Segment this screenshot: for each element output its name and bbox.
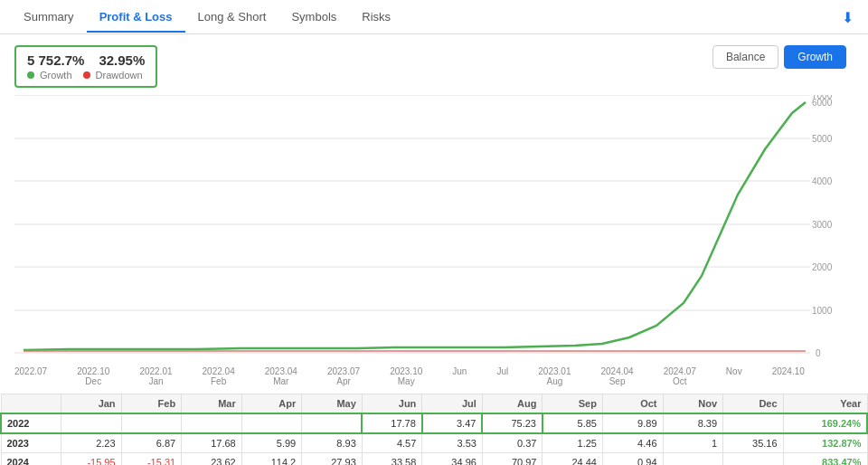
x-label-8: Jun xyxy=(452,366,467,386)
cell-2023-jul: 3.53 xyxy=(422,433,483,453)
col-jun: Jun xyxy=(362,394,422,414)
cell-2022-sep: 5.85 xyxy=(542,413,603,433)
data-table-wrap: Jan Feb Mar Apr May Jun Jul Aug Sep Oct … xyxy=(0,386,868,465)
cell-2023-mar: 17.68 xyxy=(182,433,242,453)
cell-2022-jul: 3.47 xyxy=(422,413,483,433)
download-icon[interactable]: ⬇ xyxy=(842,8,854,25)
col-apr: Apr xyxy=(241,394,302,414)
col-aug: Aug xyxy=(482,394,542,414)
x-label-1: 2022.07 xyxy=(14,366,47,386)
cell-2023-oct: 4.46 xyxy=(602,433,663,453)
year-2022: 2022 xyxy=(1,413,61,433)
cell-2022-may xyxy=(302,413,363,433)
x-label-6: 2023.07Apr xyxy=(327,366,360,386)
cell-2023-jun: 4.57 xyxy=(362,433,422,453)
growth-line xyxy=(24,102,806,350)
svg-text:0: 0 xyxy=(816,348,821,358)
x-label-5: 2023.04Mar xyxy=(265,366,297,386)
cell-2024-jun: 33.58 xyxy=(362,453,422,466)
chart-svg-wrap: 0 1000 2000 3000 4000 5000 6000 7000 xyxy=(14,95,854,366)
cell-2024-year: 833.47% xyxy=(783,453,867,466)
growth-chart: 0 1000 2000 3000 4000 5000 6000 7000 xyxy=(14,95,846,366)
year-2023: 2023 xyxy=(1,433,61,453)
growth-label: Growth xyxy=(27,70,72,81)
x-label-13: Nov xyxy=(726,366,742,386)
growth-button[interactable]: Growth xyxy=(784,45,846,69)
x-label-2: 2022.10Dec xyxy=(77,366,109,386)
svg-text:4000: 4000 xyxy=(812,176,833,186)
cell-2022-oct: 9.89 xyxy=(602,413,663,433)
x-label-10: 2023.01Aug xyxy=(538,366,571,386)
cell-2024-jul: 34.96 xyxy=(422,453,483,466)
drawdown-dot-icon xyxy=(83,71,90,79)
x-label-14: 2024.10 xyxy=(772,366,805,386)
svg-text:2000: 2000 xyxy=(812,262,833,272)
tab-symbols[interactable]: Symbols xyxy=(278,3,349,33)
cell-2024-sep: 24.44 xyxy=(542,453,603,466)
cell-2024-oct: 0.94 xyxy=(602,453,663,466)
cell-2024-apr: 114.2 xyxy=(241,453,302,466)
app-container: Summary Profit & Loss Long & Short Symbo… xyxy=(0,0,868,465)
drawdown-label: Drawdown xyxy=(83,70,143,81)
table-header-row: Jan Feb Mar Apr May Jun Jul Aug Sep Oct … xyxy=(1,394,867,414)
cell-2023-feb: 6.87 xyxy=(121,433,182,453)
col-feb: Feb xyxy=(121,394,182,414)
tab-risks[interactable]: Risks xyxy=(349,3,403,33)
cell-2022-jan xyxy=(61,413,122,433)
cell-2024-dec xyxy=(723,453,784,466)
chart-controls: Balance Growth xyxy=(712,45,846,69)
col-dec: Dec xyxy=(723,394,784,414)
col-year xyxy=(1,394,61,414)
col-jan: Jan xyxy=(61,394,122,414)
col-sep: Sep xyxy=(542,394,603,414)
x-label-3: 2022.01Jan xyxy=(139,366,172,386)
col-nov: Nov xyxy=(663,394,723,414)
x-label-12: 2024.07Oct xyxy=(664,366,696,386)
x-label-4: 2022.04Feb xyxy=(203,366,235,386)
cell-2023-jan: 2.23 xyxy=(61,433,122,453)
chart-area: 5 752.7% 32.95% Growth Drawdown Balance … xyxy=(0,34,868,386)
cell-2022-aug: 75.23 xyxy=(482,413,542,433)
svg-text:1000: 1000 xyxy=(812,306,833,316)
cell-2023-dec: 35.16 xyxy=(723,433,784,453)
tab-bar: Summary Profit & Loss Long & Short Symbo… xyxy=(0,0,868,34)
col-may: May xyxy=(302,394,363,414)
table-row: 2022 17.78 3.47 75.23 5.85 9.89 8.39 169… xyxy=(1,413,867,433)
tab-profit-loss[interactable]: Profit & Loss xyxy=(87,3,185,33)
cell-2022-feb xyxy=(121,413,182,433)
legend-box: 5 752.7% 32.95% Growth Drawdown xyxy=(14,45,157,88)
balance-button[interactable]: Balance xyxy=(712,45,778,69)
legend-labels: Growth Drawdown xyxy=(27,70,145,81)
cell-2022-dec xyxy=(723,413,784,433)
cell-2024-nov xyxy=(663,453,723,466)
col-mar: Mar xyxy=(182,394,242,414)
cell-2024-may: 27.93 xyxy=(302,453,363,466)
svg-text:3000: 3000 xyxy=(812,220,833,230)
tab-summary[interactable]: Summary xyxy=(11,3,87,33)
cell-2022-mar xyxy=(182,413,242,433)
x-label-9: Jul xyxy=(496,366,508,386)
table-row: 2023 2.23 6.87 17.68 5.99 8.93 4.57 3.53… xyxy=(1,433,867,453)
growth-value: 5 752.7% xyxy=(27,52,84,68)
cell-2022-apr xyxy=(241,413,302,433)
data-table: Jan Feb Mar Apr May Jun Jul Aug Sep Oct … xyxy=(0,394,868,465)
x-label-7: 2023.10May xyxy=(390,366,422,386)
col-oct: Oct xyxy=(602,394,663,414)
cell-2024-feb: -15.31 xyxy=(121,453,182,466)
cell-2023-may: 8.93 xyxy=(302,433,363,453)
cell-2022-year: 169.24% xyxy=(783,413,867,433)
cell-2023-apr: 5.99 xyxy=(241,433,302,453)
col-year-total: Year xyxy=(783,394,867,414)
cell-2023-year: 132.87% xyxy=(783,433,867,453)
growth-dot-icon xyxy=(27,71,34,79)
year-2024: 2024 xyxy=(1,453,61,466)
drawdown-value: 32.95% xyxy=(99,52,145,68)
cell-2024-jan: -15.95 xyxy=(61,453,122,466)
cell-2023-sep: 1.25 xyxy=(542,433,603,453)
x-axis-labels: 2022.07 2022.10Dec 2022.01Jan 2022.04Feb… xyxy=(14,366,812,386)
cell-2022-nov: 8.39 xyxy=(663,413,723,433)
cell-2024-mar: 23.62 xyxy=(182,453,242,466)
col-jul: Jul xyxy=(422,394,483,414)
cell-2023-nov: 1 xyxy=(663,433,723,453)
tab-long-short[interactable]: Long & Short xyxy=(185,3,279,33)
